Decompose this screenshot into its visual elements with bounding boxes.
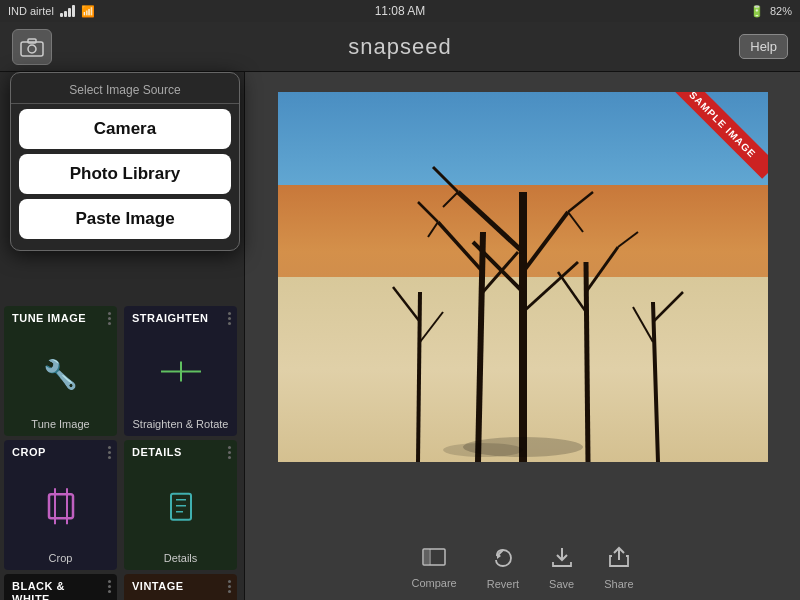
compare-label: Compare xyxy=(411,577,456,589)
tool-grid: TUNE IMAGE 🔧 Tune Image STRAIGHTEN Strai… xyxy=(0,302,244,600)
sample-ribbon: SAMPLE IMAGE xyxy=(668,92,768,192)
save-button[interactable]: Save xyxy=(549,546,574,590)
svg-line-24 xyxy=(418,202,438,222)
share-button[interactable]: Share xyxy=(604,546,633,590)
svg-line-17 xyxy=(433,167,458,192)
tile-label-straighten: STRAIGHTEN xyxy=(132,312,209,325)
tool-tile-details[interactable]: DETAILS Details xyxy=(124,440,237,570)
svg-line-13 xyxy=(458,192,523,252)
sample-image-label: SAMPLE IMAGE xyxy=(668,92,767,179)
tool-tile-tune[interactable]: TUNE IMAGE 🔧 Tune Image xyxy=(4,306,117,436)
svg-line-14 xyxy=(523,212,568,272)
svg-rect-0 xyxy=(21,42,43,56)
save-label: Save xyxy=(549,578,574,590)
svg-rect-5 xyxy=(49,494,73,518)
tool-tile-bw[interactable]: BLACK & WHITE 🗼 Black & White xyxy=(4,574,117,600)
tile-name-details: Details xyxy=(124,552,237,564)
crop-icon xyxy=(41,486,81,533)
battery-icon: 🔋 xyxy=(750,5,764,18)
straighten-icon xyxy=(156,357,206,393)
tool-tile-straighten[interactable]: STRAIGHTEN Straighten & Rotate xyxy=(124,306,237,436)
status-right: 🔋 82% xyxy=(750,5,792,18)
tile-label-crop: CROP xyxy=(12,446,46,459)
svg-rect-2 xyxy=(28,39,36,43)
right-panel: SAMPLE IMAGE Compare xyxy=(245,72,800,600)
share-label: Share xyxy=(604,578,633,590)
svg-line-20 xyxy=(568,212,583,232)
camera-button[interactable] xyxy=(12,29,52,65)
svg-line-25 xyxy=(428,222,438,237)
help-button[interactable]: Help xyxy=(739,34,788,59)
compare-button[interactable]: Compare xyxy=(411,547,456,589)
status-left: IND airtel 📶 xyxy=(8,5,95,18)
tile-dots xyxy=(228,580,231,593)
svg-line-30 xyxy=(418,292,420,462)
svg-rect-8 xyxy=(171,494,191,520)
svg-line-18 xyxy=(443,192,458,207)
tile-label-bw: BLACK & WHITE xyxy=(12,580,65,600)
tile-dots xyxy=(108,446,111,459)
tool-tile-crop[interactable]: CROP Crop xyxy=(4,440,117,570)
photo-container: SAMPLE IMAGE xyxy=(278,92,768,462)
carrier-label: IND airtel xyxy=(8,5,54,17)
tile-dots xyxy=(108,580,111,593)
svg-point-37 xyxy=(443,443,523,457)
tile-label-tune: TUNE IMAGE xyxy=(12,312,86,325)
svg-line-33 xyxy=(653,302,658,462)
top-bar: snapseed Help xyxy=(0,22,800,72)
camera-icon xyxy=(20,37,44,57)
details-icon xyxy=(161,486,201,534)
popup-photo-library-item[interactable]: Photo Library xyxy=(19,154,231,194)
svg-line-34 xyxy=(653,292,683,322)
popup-camera-item[interactable]: Camera xyxy=(19,109,231,149)
save-icon xyxy=(550,546,574,574)
svg-line-32 xyxy=(420,312,443,342)
svg-line-19 xyxy=(568,192,593,212)
tile-dots xyxy=(228,312,231,325)
compare-icon xyxy=(422,547,446,573)
svg-rect-40 xyxy=(424,550,429,564)
tune-icon: 🔧 xyxy=(43,358,78,391)
share-icon xyxy=(607,546,631,574)
tile-dots xyxy=(228,446,231,459)
bottom-toolbar: Compare Revert xyxy=(411,538,633,590)
revert-icon xyxy=(491,546,515,574)
tile-name-tune: Tune Image xyxy=(4,418,117,430)
svg-point-1 xyxy=(28,45,36,53)
battery-percent: 82% xyxy=(770,5,792,17)
time-display: 11:08 AM xyxy=(375,4,426,18)
signal-icon xyxy=(60,5,75,17)
status-bar: IND airtel 📶 11:08 AM 🔋 82% xyxy=(0,0,800,22)
tile-name-straighten: Straighten & Rotate xyxy=(124,418,237,430)
svg-line-35 xyxy=(633,307,653,342)
popup-paste-image-item[interactable]: Paste Image xyxy=(19,199,231,239)
svg-line-31 xyxy=(393,287,420,322)
photo-display: SAMPLE IMAGE xyxy=(278,92,768,462)
wifi-icon: 📶 xyxy=(81,5,95,18)
image-source-popup: Select Image Source Camera Photo Library… xyxy=(10,72,240,251)
svg-line-29 xyxy=(618,232,638,247)
revert-button[interactable]: Revert xyxy=(487,546,519,590)
tile-name-crop: Crop xyxy=(4,552,117,564)
svg-line-27 xyxy=(586,247,618,292)
revert-label: Revert xyxy=(487,578,519,590)
tile-label-details: DETAILS xyxy=(132,446,182,459)
tile-dots xyxy=(108,312,111,325)
app-title: snapseed xyxy=(348,34,451,60)
popup-title: Select Image Source xyxy=(11,79,239,104)
tool-tile-vintage[interactable]: VINTAGE 📷 Vintage Films xyxy=(124,574,237,600)
svg-line-28 xyxy=(558,272,586,312)
tile-label-vintage: VINTAGE xyxy=(132,580,184,593)
